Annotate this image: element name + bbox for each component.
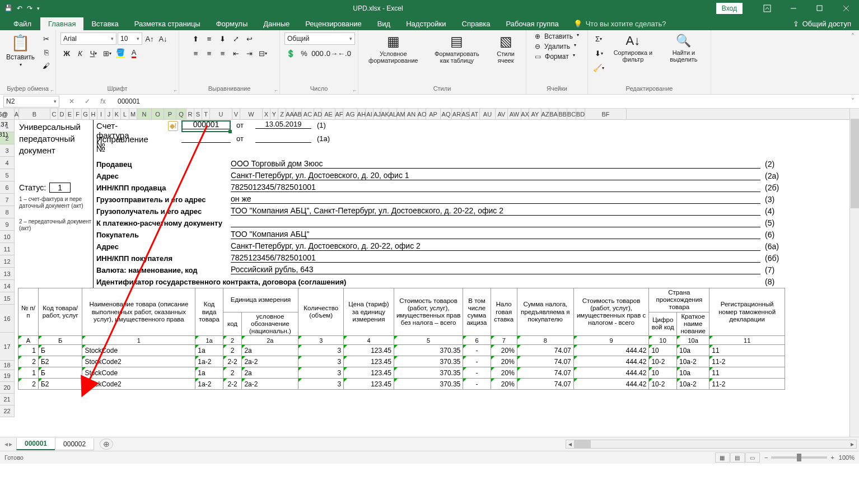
col-header-AK[interactable]: AK [381,109,389,119]
table-cell[interactable]: 2-2 [223,356,242,367]
row-header-14[interactable]: 14 [0,280,15,292]
font-size-combo[interactable]: 10▾ [118,32,142,45]
table-cell[interactable]: 74.07 [517,367,573,379]
cancel-formula-button[interactable]: ✕ [65,97,78,105]
table-cell[interactable]: 3 [298,356,344,367]
table-cell[interactable]: 1а-2 [195,356,223,367]
autosave-icon[interactable]: 💾 [4,4,12,12]
fill-color-button[interactable]: 🪣 [114,47,127,59]
table-cell[interactable]: 444.42 [573,367,649,379]
expand-formula-bar-button[interactable]: ˅ [847,97,859,105]
row-header-5[interactable]: 5 [0,169,15,181]
row-header-22[interactable]: 22 [0,405,15,417]
col-header-BF[interactable]: BF [585,109,627,119]
col-header-O[interactable]: O [152,109,164,119]
col-header-A[interactable]: A [15,109,19,119]
row-header-16[interactable]: 16 [0,305,15,333]
col-header-BD[interactable]: BD [576,109,585,119]
view-normal-button[interactable]: ▦ [715,452,730,463]
table-cell[interactable]: 10-2 [649,356,677,367]
indent-inc-button[interactable]: ⇥ [244,47,256,59]
col-header-S[interactable]: S [194,109,202,119]
dec-decimal-button[interactable]: ←.0 [338,47,351,59]
zoom-out-button[interactable]: − [764,454,768,461]
col-header-AX[interactable]: AX [521,109,529,119]
table-cell[interactable]: 2 [18,356,39,367]
table-cell[interactable]: 370.35 [394,345,463,356]
table-cell[interactable]: 74.07 [517,379,573,390]
row-header-15[interactable]: 15 [0,292,15,305]
italic-button[interactable]: К [74,47,86,59]
merge-button[interactable]: ⊟▾ [257,47,269,59]
table-cell[interactable]: 3 [298,367,344,379]
table-cell[interactable]: 2 [223,345,242,356]
col-header-AM[interactable]: AM [397,109,405,119]
accounting-button[interactable]: 💲 [284,47,297,59]
col-header-AO[interactable]: AO [418,109,426,119]
new-sheet-button[interactable]: ⊕ [100,438,113,450]
table-cell[interactable]: 370.35 [394,367,463,379]
bold-button[interactable]: Ж [60,47,73,59]
row-header-9[interactable]: 9 [0,218,15,231]
percent-button[interactable]: % [298,47,310,59]
fill-button[interactable]: ⬇▾ [592,47,605,59]
row-header-13[interactable]: 13 [0,268,15,280]
col-header-W[interactable]: W [240,109,263,119]
table-cell[interactable]: Б [38,367,82,379]
col-header-AI[interactable]: AI [366,109,374,119]
tab-review[interactable]: Рецензирование [297,17,369,30]
table-cell[interactable]: Б2 [38,379,82,390]
tab-file[interactable]: Файл [4,17,40,30]
orientation-button[interactable]: ⤢ [230,32,242,45]
name-box[interactable]: N2▾ [3,96,59,108]
sort-filter-button[interactable]: A↓Сортировка и фильтр [607,32,659,64]
col-header-H[interactable]: H [90,109,97,119]
table-cell[interactable]: StockCode2 [82,379,195,390]
table-cell[interactable]: - [463,356,491,367]
col-header-J[interactable]: J [105,109,113,119]
maximize-button[interactable] [807,0,833,16]
table-cell[interactable]: 444.42 [573,345,649,356]
table-cell[interactable]: 123.45 [344,367,394,379]
table-cell[interactable]: 10а-2 [676,356,709,367]
tab-layout[interactable]: Разметка страницы [127,17,208,30]
table-cell[interactable]: 11-2 [709,379,785,390]
align-left-button[interactable]: ≡ [190,47,202,59]
tab-workgroup[interactable]: Рабочая группа [498,17,567,30]
tab-formulas[interactable]: Формулы [208,17,256,30]
zoom-in-button[interactable]: + [830,454,834,461]
table-cell[interactable]: 123.45 [344,345,394,356]
table-cell[interactable]: 74.07 [517,356,573,367]
table-cell[interactable]: 370.35 [394,356,463,367]
view-page-break-button[interactable]: ▭ [745,452,760,463]
paste-button[interactable]: 📋 Вставить ▾ [3,32,38,68]
table-cell[interactable]: 3 [298,345,344,356]
align-bottom-button[interactable]: ⬇ [217,32,229,45]
col-header-E[interactable]: E [66,109,74,119]
table-cell[interactable]: 2а-2 [242,379,298,390]
col-header-R[interactable]: R [186,109,194,119]
zoom-slider[interactable]: − + [764,454,834,461]
comma-button[interactable]: 000 [311,47,324,59]
row-header-17[interactable]: 17 [0,333,15,361]
sheet-nav-prev-icon[interactable]: ◂ [4,440,8,448]
wrap-text-button[interactable]: ↩ [244,32,256,45]
col-header-D[interactable]: D [58,109,66,119]
col-header-AP[interactable]: AP [426,109,441,119]
insert-cells-button[interactable]: ⊕ Вставить ▾ [535,32,580,40]
table-cell[interactable]: 10а [676,345,709,356]
table-cell[interactable]: StockCode [82,367,195,379]
tab-insert[interactable]: Вставка [83,17,126,30]
col-header-U[interactable]: U [210,109,232,119]
sheet-nav-next-icon[interactable]: ▸ [9,440,12,448]
indent-dec-button[interactable]: ⇤ [230,47,242,59]
clipboard-launcher-icon[interactable]: ⌐ [51,87,54,93]
col-header-BC[interactable]: BC [567,109,576,119]
col-header-AQ[interactable]: AQ [441,109,452,119]
table-cell[interactable]: Б [38,345,82,356]
col-header-AD[interactable]: AD [314,109,322,119]
table-cell[interactable]: 1а-2 [195,379,223,390]
table-cell[interactable]: 2а [242,345,298,356]
table-cell[interactable]: 10-2 [649,379,677,390]
row-header-8[interactable]: 8 [0,206,15,218]
